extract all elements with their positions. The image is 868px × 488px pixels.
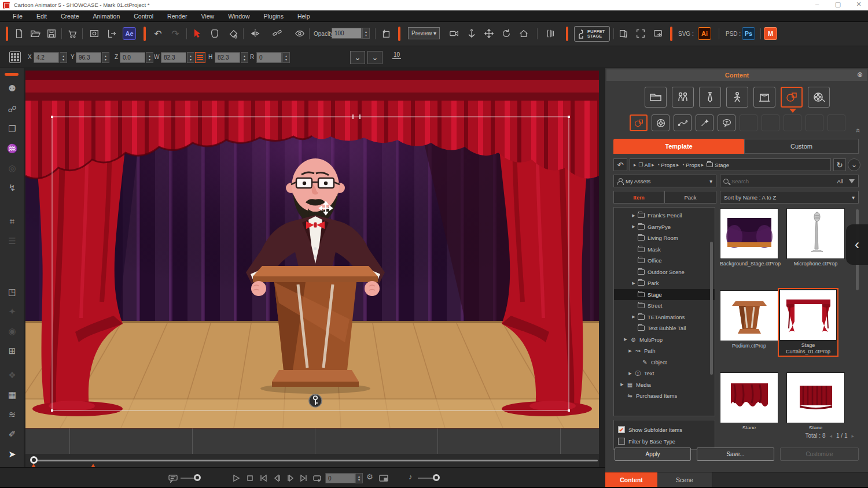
bottom-tab-scene[interactable]: Scene — [657, 472, 712, 487]
expand-breadcrumb-button[interactable]: ⌄ — [848, 158, 860, 171]
menu-render[interactable]: Render — [160, 10, 194, 22]
menu-view[interactable]: View — [194, 10, 222, 22]
expand-curve-button[interactable]: ⌄ — [367, 51, 382, 64]
breadcrumb-props2[interactable]: Props — [686, 162, 700, 168]
motion-path-tool[interactable]: ↯ — [0, 178, 24, 198]
menu-edit[interactable]: Edit — [30, 10, 54, 22]
category-accessory-button[interactable] — [699, 87, 721, 108]
go-to-end-button[interactable] — [297, 473, 310, 483]
stop-button[interactable] — [244, 473, 256, 483]
moho-badge[interactable]: M — [764, 27, 777, 40]
tree-item[interactable]: ✎Object — [614, 357, 715, 368]
frame-flag-icon[interactable]: 10 — [392, 51, 401, 59]
previous-frame-button[interactable] — [271, 473, 284, 483]
tree-item[interactable]: ▶▦Media — [614, 379, 715, 391]
paint-bucket-button[interactable] — [226, 26, 241, 41]
bottom-tab-content[interactable]: Content — [605, 472, 657, 487]
thumbnail-stage-curtain-flat[interactable]: Stage — [786, 372, 845, 429]
tab-template[interactable]: Template — [613, 139, 744, 154]
thumbnail-stage-curtains-selected[interactable]: Stage Curtains_01.ctProp — [778, 288, 838, 357]
rotate-tool-button[interactable] — [499, 26, 514, 41]
show-subfolder-checkbox[interactable]: ✔ — [618, 426, 625, 433]
page-next-icon[interactable]: ▸ — [851, 433, 854, 439]
tree-item[interactable]: ▶↝Path — [614, 345, 715, 357]
preview-dropdown[interactable]: Preview▾ — [408, 27, 440, 39]
tree-item[interactable]: Mask — [614, 244, 715, 256]
puppet-stage-button[interactable]: PUPPETSTAGE — [574, 26, 610, 42]
category-props-button[interactable] — [781, 87, 803, 108]
loop-button[interactable] — [311, 473, 323, 483]
x-spinner[interactable]: ▴▾ — [60, 52, 67, 63]
visibility-eye-button[interactable] — [292, 26, 307, 41]
subcategory-wheel-button[interactable] — [652, 114, 670, 131]
menu-file[interactable]: File — [6, 10, 30, 22]
marketplace-button[interactable] — [65, 26, 80, 41]
go-to-start-button[interactable] — [257, 473, 270, 483]
link-wh-toggle[interactable] — [195, 52, 205, 63]
save-project-button[interactable] — [44, 26, 59, 41]
maximize-button[interactable]: ▢ — [832, 1, 844, 8]
pin-tool[interactable]: ◉ — [0, 321, 24, 341]
thumbnail-stage-curtain-valance[interactable]: Stage — [720, 372, 778, 429]
refresh-button[interactable]: ↻ — [833, 158, 846, 171]
redo-button[interactable]: ↷ — [168, 26, 183, 41]
category-project-button[interactable] — [645, 87, 667, 108]
tree-item[interactable]: Street — [614, 300, 715, 312]
tree-scrollbar[interactable] — [710, 242, 713, 375]
r-spinner[interactable]: ▴▾ — [282, 52, 290, 63]
h-field[interactable] — [215, 52, 240, 63]
view-tab-item[interactable]: Item — [613, 191, 664, 204]
bubble-slider-knob[interactable] — [194, 474, 201, 481]
h-spinner[interactable]: ▴▾ — [241, 52, 248, 63]
ffd-tool[interactable]: ❖ — [0, 365, 24, 385]
filter-base-type-checkbox[interactable] — [618, 438, 625, 445]
filter-funnel-icon[interactable] — [849, 179, 855, 183]
y-field[interactable] — [76, 52, 101, 63]
photoshop-badge[interactable]: Ps — [742, 27, 755, 40]
export-button[interactable] — [104, 26, 119, 41]
audio-note-icon[interactable]: ♪ — [409, 472, 413, 481]
tab-custom[interactable]: Custom — [744, 139, 859, 154]
render-preview-button[interactable] — [87, 26, 102, 41]
category-actor-button[interactable] — [672, 87, 694, 108]
breadcrumb-all[interactable]: All — [645, 162, 651, 168]
frame-spinner[interactable]: ▴▾ — [355, 473, 363, 483]
keyboard-puppet-tool[interactable]: ⌗ — [0, 212, 24, 231]
thumbnail-podium[interactable]: Podium.ctProp — [720, 290, 778, 356]
spring-tool[interactable]: ≋ — [0, 405, 24, 424]
w-spinner[interactable]: ▴▾ — [187, 52, 194, 63]
timeline-rows-tool[interactable]: ☰ — [0, 231, 24, 251]
transform-grid-icon[interactable] — [9, 51, 21, 63]
show-subfolder-row[interactable]: ✔ Show Subfolder Items — [618, 424, 711, 435]
grid-composer-tool[interactable]: ⊞ — [0, 341, 24, 361]
breadcrumb-props[interactable]: Props — [661, 162, 675, 168]
camera-button[interactable] — [447, 26, 462, 41]
playback-settings-gear-icon[interactable]: ⚙ — [366, 472, 373, 481]
tree-item[interactable]: Office — [614, 255, 715, 267]
actor-tool[interactable]: ⚉ — [0, 79, 24, 98]
timeline-slider-handle[interactable] — [30, 456, 38, 464]
opacity-field[interactable] — [332, 28, 362, 39]
search-input[interactable] — [731, 178, 818, 184]
stage-canvas[interactable] — [25, 71, 599, 428]
face-pin-tool[interactable]: ◎ — [0, 158, 24, 178]
minimize-button[interactable]: – — [811, 1, 823, 8]
save-button[interactable]: Save... — [697, 448, 774, 461]
menu-animation[interactable]: Animation — [86, 10, 127, 22]
search-box[interactable]: All — [720, 175, 859, 187]
apply-button[interactable]: Apply — [615, 448, 691, 461]
breadcrumb[interactable]: ▸ ❐ All ▸ ◔ Props ▸ ◔ Props ▸ Stage — [630, 158, 831, 171]
next-frame-button[interactable] — [284, 473, 297, 483]
current-frame-field[interactable] — [325, 473, 355, 483]
menu-plugins[interactable]: Plugins — [256, 10, 290, 22]
rotate-view-button[interactable] — [378, 26, 393, 41]
tree-item[interactable]: ▶Frank's Pencil — [614, 210, 715, 221]
y-spinner[interactable]: ▴▾ — [102, 52, 109, 63]
tree-item[interactable]: ▶TETAnimations — [614, 312, 715, 323]
menu-control[interactable]: Control — [127, 10, 160, 22]
flip-horizontal-button[interactable] — [248, 26, 263, 41]
filter-base-type-row[interactable]: Filter by Base Type — [618, 435, 711, 447]
tree-item[interactable]: ▶Park — [614, 278, 715, 289]
subcategory-wand-button[interactable] — [696, 114, 713, 131]
volume-slider-knob[interactable] — [433, 474, 440, 481]
